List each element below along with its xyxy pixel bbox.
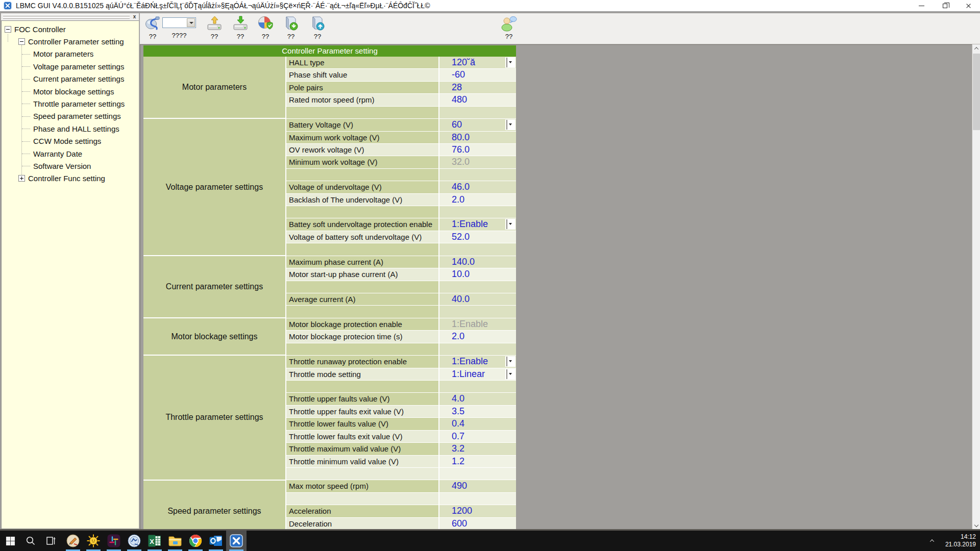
minimize-button[interactable] <box>910 0 933 11</box>
parameter-value[interactable]: 1:Enable <box>439 218 516 230</box>
parameter-value-cell[interactable]: 1:Enable <box>438 318 516 330</box>
parameter-value[interactable]: 80.0 <box>439 132 516 143</box>
parameter-value-cell[interactable]: 490 <box>438 480 516 492</box>
parameter-value-cell[interactable]: 2.0 <box>438 331 516 342</box>
parameter-value-cell[interactable]: 0.7 <box>438 431 516 442</box>
vertical-scrollbar[interactable] <box>972 44 980 529</box>
taskbar-app-slack[interactable] <box>104 531 124 551</box>
sidebar-item-motor-blockage-settings[interactable]: Motor blockage settings <box>2 85 139 97</box>
parameter-value-cell[interactable]: 52.0 <box>438 231 516 243</box>
parameter-value[interactable]: 1:Enable <box>439 318 516 330</box>
parameter-value-cell[interactable]: 3.5 <box>438 406 516 417</box>
parameter-value-cell[interactable]: 0.4 <box>438 418 516 430</box>
scroll-down-button[interactable] <box>972 521 980 529</box>
tree-expander-plus-icon[interactable] <box>18 175 25 182</box>
parameter-value[interactable]: 32.0 <box>439 156 516 167</box>
value-dropdown[interactable] <box>505 219 516 230</box>
parameter-value[interactable]: 4.0 <box>439 393 516 404</box>
parameter-value[interactable]: 1.2 <box>439 456 516 467</box>
value-dropdown[interactable] <box>505 356 516 367</box>
parameter-value[interactable]: 0.4 <box>439 418 516 429</box>
toolbar-button-read-params[interactable]: ?? <box>203 15 226 40</box>
parameter-value-cell[interactable]: 32.0 <box>438 156 516 168</box>
sidebar-item-ccw-mode-settings[interactable]: CCW Mode settings <box>2 135 139 147</box>
parameter-value[interactable]: 76.0 <box>439 144 516 155</box>
taskbar-start-button[interactable] <box>0 531 20 551</box>
sidebar-item-motor-parameters[interactable]: Motor parameters <box>2 48 139 60</box>
parameter-value[interactable]: 1:Enable <box>439 356 516 367</box>
parameter-value-cell[interactable]: 80.0 <box>438 132 516 143</box>
tree-expander-minus-icon[interactable] <box>5 26 11 33</box>
parameter-value-cell[interactable]: -60 <box>438 69 516 81</box>
sidebar-item-controller-func-setting[interactable]: Controller Func setting <box>2 172 139 185</box>
parameter-value[interactable]: 2.0 <box>439 194 516 205</box>
combobox-dropdown-icon[interactable] <box>187 18 195 27</box>
parameter-value[interactable]: 1:Linear <box>439 368 516 380</box>
parameter-value-cell[interactable]: 1:Linear <box>438 368 516 380</box>
taskbar-app-lbmc-app[interactable] <box>226 531 247 551</box>
sidebar-item-current-parameter-settings[interactable]: Current parameter settings <box>2 73 139 85</box>
taskbar-app-excel[interactable]: X <box>144 531 165 551</box>
parameter-value-cell[interactable]: 120˘ă <box>438 57 516 68</box>
sidebar-item-warranty-date[interactable]: Warranty Date <box>2 147 139 160</box>
taskbar-app-blue-badge-app[interactable] <box>124 531 144 551</box>
scroll-up-button[interactable] <box>972 44 980 53</box>
sidebar-item-foc-controller[interactable]: FOC Controller <box>2 23 139 35</box>
toolbar-button-write-params[interactable]: ?? <box>229 15 252 40</box>
parameter-value[interactable]: 52.0 <box>439 231 516 242</box>
parameter-value-cell[interactable]: 2.0 <box>438 194 516 206</box>
taskbar-app-file-explorer[interactable] <box>165 531 185 551</box>
value-dropdown[interactable] <box>505 369 516 380</box>
parameter-value-cell[interactable]: 4.0 <box>438 393 516 405</box>
parameter-value[interactable]: 3.5 <box>439 406 516 417</box>
parameter-value[interactable]: 140.0 <box>439 256 516 267</box>
sidebar-item-speed-parameter-settings[interactable]: Speed parameter settings <box>2 110 139 122</box>
parameter-value[interactable]: 60 <box>439 119 516 130</box>
port-combobox[interactable] <box>162 17 196 28</box>
parameter-value[interactable]: 28 <box>439 82 516 93</box>
parameter-value-cell[interactable]: 40.0 <box>438 293 516 305</box>
parameter-value[interactable]: 1200 <box>439 505 516 516</box>
taskbar-search-button[interactable] <box>20 531 41 551</box>
toolbar-button-export-file[interactable]: ?? <box>306 15 329 40</box>
parameter-value[interactable]: -60 <box>439 69 516 80</box>
parameter-value[interactable]: 2.0 <box>439 331 516 342</box>
value-dropdown[interactable] <box>505 119 516 130</box>
parameter-value-cell[interactable]: 1:Enable <box>438 218 516 230</box>
parameter-value[interactable]: 46.0 <box>439 181 516 192</box>
sidebar-item-phase-and-hall-settings[interactable]: Phase and HALL settings <box>2 122 139 135</box>
parameter-value-cell[interactable]: 46.0 <box>438 181 516 193</box>
tray-expand-button[interactable] <box>926 531 938 551</box>
parameter-value-cell[interactable]: 480 <box>438 94 516 106</box>
tree-expander-minus-icon[interactable] <box>18 38 25 45</box>
parameter-value[interactable]: 40.0 <box>439 293 516 305</box>
sidebar-item-voltage-parameter-settings[interactable]: Voltage parameter settings <box>2 60 139 72</box>
parameter-value-cell[interactable]: 3.2 <box>438 443 516 455</box>
parameter-value[interactable]: 600 <box>439 518 516 529</box>
parameter-value-cell[interactable]: 28 <box>438 82 516 93</box>
parameter-value-cell[interactable]: 600 <box>438 518 516 529</box>
taskbar-taskview-button[interactable] <box>41 531 61 551</box>
restore-button[interactable] <box>933 0 957 11</box>
close-button[interactable] <box>957 0 980 11</box>
parameter-value[interactable]: 0.7 <box>439 431 516 442</box>
parameter-value[interactable]: 3.2 <box>439 443 516 454</box>
taskbar-app-cad-app[interactable] <box>63 531 83 551</box>
sidebar-item-software-version[interactable]: Software Version <box>2 160 139 172</box>
parameter-value-cell[interactable]: 76.0 <box>438 144 516 156</box>
parameter-value-cell[interactable]: 140.0 <box>438 256 516 268</box>
parameter-value-cell[interactable]: 1.2 <box>438 456 516 467</box>
taskbar-app-chrome[interactable] <box>185 531 206 551</box>
panel-close-button[interactable]: x <box>131 14 138 20</box>
value-dropdown[interactable] <box>505 57 516 68</box>
parameter-value-cell[interactable]: 60 <box>438 119 516 131</box>
parameter-value-cell[interactable]: 1200 <box>438 505 516 517</box>
tree-panel-header[interactable]: x <box>1 13 139 20</box>
scrollbar-thumb[interactable] <box>973 54 980 130</box>
parameter-value[interactable]: 120˘ă <box>439 57 516 68</box>
sidebar-item-controller-parameter-setting[interactable]: Controller Parameter setting <box>2 35 139 47</box>
parameter-value[interactable]: 490 <box>439 480 516 491</box>
parameter-value-cell[interactable]: 10.0 <box>438 268 516 280</box>
taskbar-app-sun-app[interactable] <box>83 531 104 551</box>
toolbar-button-import-file[interactable]: ?? <box>279 15 303 40</box>
